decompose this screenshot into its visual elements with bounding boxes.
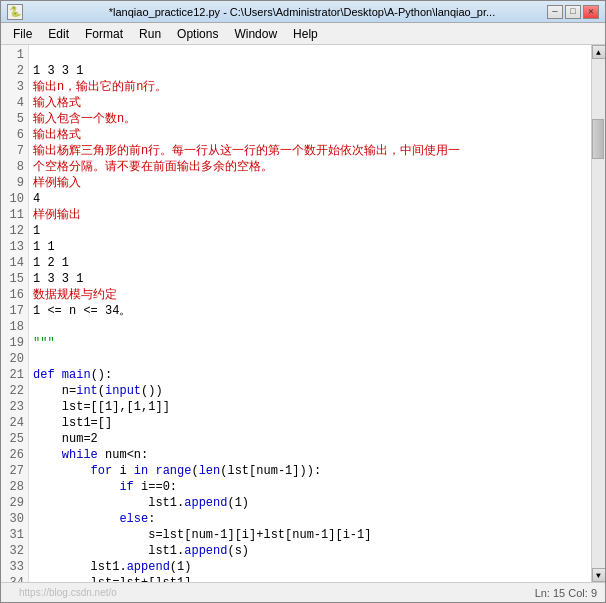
status-bar: https://blog.csdn.net/o Ln: 15 Col: 9 — [1, 582, 605, 602]
line-numbers: 12345 678910 1112131415 1617181920 21222… — [1, 45, 29, 582]
title-bar: 🐍 *lanqiao_practice12.py - C:\Users\Admi… — [1, 1, 605, 23]
app-icon: 🐍 — [7, 4, 23, 20]
window-title: *lanqiao_practice12.py - C:\Users\Admini… — [57, 6, 547, 18]
scroll-track[interactable] — [592, 59, 606, 568]
cursor-position: Ln: 15 Col: 9 — [535, 587, 597, 599]
main-window: 🐍 *lanqiao_practice12.py - C:\Users\Admi… — [0, 0, 606, 603]
close-button[interactable]: ✕ — [583, 5, 599, 19]
code-editor[interactable]: 1 3 3 1 输出n，输出它的前n行。 输入格式 输入包含一个数n。 输出格式… — [29, 45, 591, 582]
menu-run[interactable]: Run — [131, 25, 169, 43]
scroll-thumb[interactable] — [592, 119, 604, 159]
menu-bar: File Edit Format Run Options Window Help — [1, 23, 605, 45]
scroll-down-button[interactable]: ▼ — [592, 568, 606, 582]
menu-file[interactable]: File — [5, 25, 40, 43]
vertical-scrollbar[interactable]: ▲ ▼ — [591, 45, 605, 582]
maximize-button[interactable]: □ — [565, 5, 581, 19]
scroll-up-button[interactable]: ▲ — [592, 45, 606, 59]
minimize-button[interactable]: ─ — [547, 5, 563, 19]
menu-format[interactable]: Format — [77, 25, 131, 43]
watermark-text: https://blog.csdn.net/o — [19, 587, 117, 598]
editor-area: 12345 678910 1112131415 1617181920 21222… — [1, 45, 605, 582]
window-controls: ─ □ ✕ — [547, 5, 599, 19]
menu-options[interactable]: Options — [169, 25, 226, 43]
menu-edit[interactable]: Edit — [40, 25, 77, 43]
menu-help[interactable]: Help — [285, 25, 326, 43]
menu-window[interactable]: Window — [226, 25, 285, 43]
